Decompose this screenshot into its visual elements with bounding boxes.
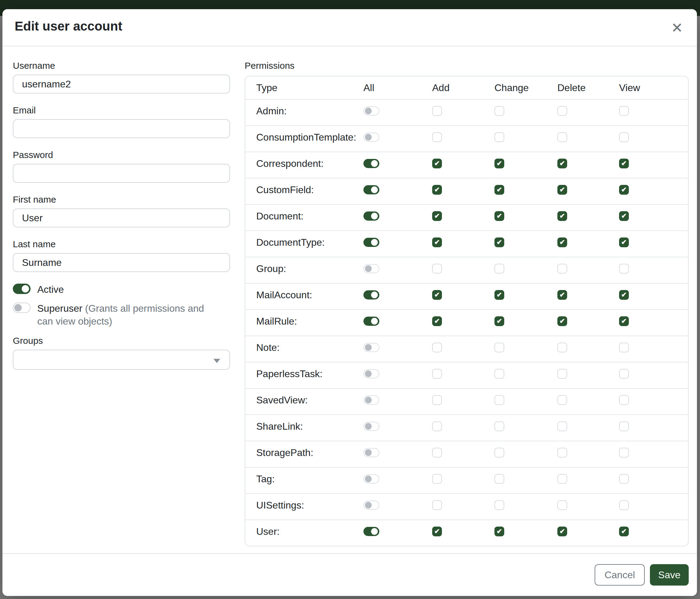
active-toggle[interactable] <box>13 284 30 294</box>
checkbox-add[interactable] <box>432 290 442 300</box>
checkbox-delete[interactable] <box>557 527 567 536</box>
last-name-input[interactable] <box>13 253 230 272</box>
save-button[interactable]: Save <box>650 564 689 585</box>
checkbox-change[interactable] <box>495 369 504 379</box>
checkbox-add[interactable] <box>432 369 442 379</box>
checkbox-change[interactable] <box>495 159 504 168</box>
last-name-label: Last name <box>13 238 230 250</box>
checkbox-delete[interactable] <box>557 159 567 168</box>
checkbox-add[interactable] <box>432 527 442 536</box>
toggle-all[interactable] <box>364 290 379 300</box>
checkbox-delete[interactable] <box>557 211 567 221</box>
checkbox-change[interactable] <box>495 500 504 510</box>
toggle-all[interactable] <box>364 369 379 378</box>
toggle-all[interactable] <box>364 501 379 510</box>
checkbox-delete[interactable] <box>557 500 567 510</box>
checkbox-delete[interactable] <box>557 185 567 195</box>
toggle-all[interactable] <box>364 527 379 536</box>
toggle-all[interactable] <box>364 185 379 194</box>
checkbox-delete[interactable] <box>557 448 567 457</box>
toggle-all[interactable] <box>364 133 379 142</box>
toggle-all[interactable] <box>364 422 379 431</box>
checkbox-add[interactable] <box>432 185 442 195</box>
groups-select[interactable] <box>13 350 230 370</box>
checkbox-add[interactable] <box>432 474 442 484</box>
toggle-all[interactable] <box>364 396 379 405</box>
checkbox-add[interactable] <box>432 316 442 326</box>
checkbox-add[interactable] <box>432 422 442 431</box>
checkbox-change[interactable] <box>495 132 504 142</box>
toggle-all[interactable] <box>364 264 379 273</box>
checkbox-change[interactable] <box>495 422 504 431</box>
checkbox-delete[interactable] <box>557 106 567 116</box>
checkbox-view[interactable] <box>619 342 629 352</box>
checkbox-view[interactable] <box>619 474 629 484</box>
checkbox-view[interactable] <box>619 448 629 457</box>
checkbox-add[interactable] <box>432 264 442 273</box>
checkbox-change[interactable] <box>495 264 504 273</box>
checkbox-change[interactable] <box>495 448 504 457</box>
toggle-all[interactable] <box>364 474 379 483</box>
checkbox-view[interactable] <box>619 500 629 510</box>
first-name-input[interactable] <box>13 209 230 227</box>
toggle-all[interactable] <box>364 106 379 116</box>
checkbox-view[interactable] <box>619 527 629 536</box>
checkbox-change[interactable] <box>495 395 504 405</box>
checkbox-change[interactable] <box>495 185 504 195</box>
checkbox-change[interactable] <box>495 290 504 300</box>
checkbox-view[interactable] <box>619 316 629 326</box>
checkbox-add[interactable] <box>432 395 442 405</box>
checkbox-change[interactable] <box>495 106 504 116</box>
toggle-all[interactable] <box>364 212 379 221</box>
checkbox-delete[interactable] <box>557 422 567 431</box>
email-input[interactable] <box>13 119 230 138</box>
username-input[interactable] <box>13 75 230 94</box>
checkbox-view[interactable] <box>619 185 629 195</box>
checkbox-add[interactable] <box>432 132 442 142</box>
checkbox-add[interactable] <box>432 500 442 510</box>
checkbox-delete[interactable] <box>557 290 567 300</box>
permission-row: UISettings: <box>245 493 688 520</box>
checkbox-delete[interactable] <box>557 316 567 326</box>
checkbox-view[interactable] <box>619 422 629 431</box>
checkbox-view[interactable] <box>619 290 629 300</box>
checkbox-add[interactable] <box>432 448 442 457</box>
close-button[interactable]: ✕ <box>668 18 686 37</box>
toggle-all[interactable] <box>364 238 379 247</box>
checkbox-view[interactable] <box>619 395 629 405</box>
checkbox-add[interactable] <box>432 211 442 221</box>
checkbox-view[interactable] <box>619 264 629 273</box>
toggle-all[interactable] <box>364 159 379 168</box>
checkbox-change[interactable] <box>495 211 504 221</box>
password-input[interactable] <box>13 164 230 183</box>
toggle-all[interactable] <box>364 317 379 326</box>
checkbox-add[interactable] <box>432 342 442 352</box>
cancel-button[interactable]: Cancel <box>595 564 645 585</box>
checkbox-view[interactable] <box>619 369 629 379</box>
checkbox-add[interactable] <box>432 106 442 116</box>
toggle-all[interactable] <box>364 343 379 352</box>
checkbox-view[interactable] <box>619 159 629 168</box>
checkbox-delete[interactable] <box>557 264 567 273</box>
checkbox-delete[interactable] <box>557 237 567 247</box>
checkbox-add[interactable] <box>432 237 442 247</box>
checkbox-view[interactable] <box>619 237 629 247</box>
checkbox-view[interactable] <box>619 106 629 116</box>
checkbox-change[interactable] <box>495 474 504 484</box>
checkbox-view[interactable] <box>619 211 629 221</box>
checkbox-delete[interactable] <box>557 369 567 379</box>
checkbox-change[interactable] <box>495 237 504 247</box>
checkbox-delete[interactable] <box>557 474 567 484</box>
checkbox-add[interactable] <box>432 159 442 168</box>
toggle-all[interactable] <box>364 448 379 457</box>
checkbox-view[interactable] <box>619 132 629 142</box>
checkbox-change[interactable] <box>495 316 504 326</box>
checkbox-change[interactable] <box>495 527 504 536</box>
checkbox-delete[interactable] <box>557 342 567 352</box>
column-header-view: View <box>619 82 688 94</box>
checkbox-change[interactable] <box>495 342 504 352</box>
superuser-toggle[interactable] <box>13 303 30 313</box>
checkbox-delete[interactable] <box>557 395 567 405</box>
toggle-knob <box>365 423 372 430</box>
checkbox-delete[interactable] <box>557 132 567 142</box>
